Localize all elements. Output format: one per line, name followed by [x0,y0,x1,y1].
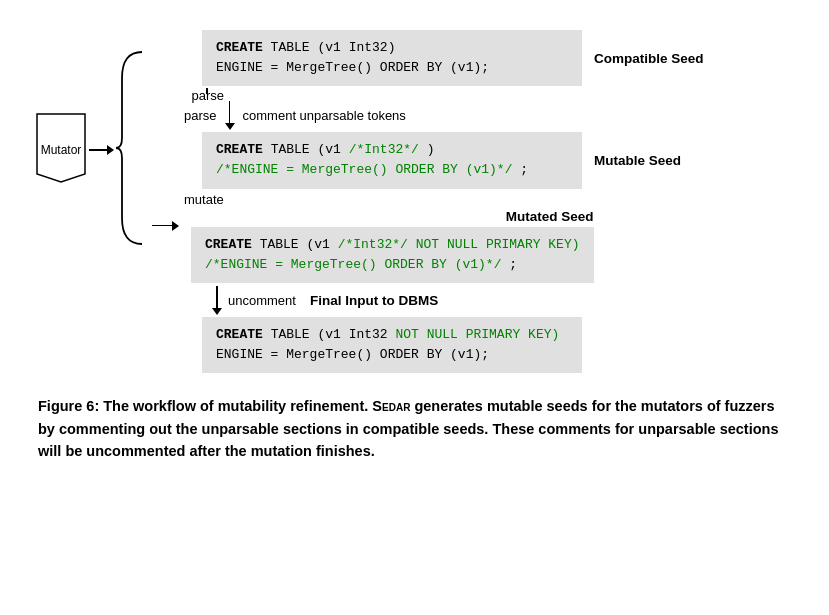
code-block-1: CREATE TABLE (v1 Int32) ENGINE = MergeTr… [202,30,582,86]
mutable-seed-label: Mutable Seed [594,153,681,168]
block1-row: CREATE TABLE (v1 Int32) ENGINE = MergeTr… [152,30,799,86]
mutator-chip: Mutator [35,112,87,188]
code-rest-1-2: ENGINE = MergeTree() ORDER BY (v1); [216,60,489,75]
final-input-label: Final Input to DBMS [310,293,438,308]
code-line-3-1: CREATE TABLE (v1 /*Int32*/ NOT NULL PRIM… [205,235,580,255]
kw-create-1: CREATE [216,40,263,55]
diagram-area: Mutator [30,30,799,373]
code-4-1-a: TABLE (v1 Int32 [271,327,396,342]
code-2-1-b: /*Int32*/ [349,142,419,157]
bracket-svg [114,48,146,248]
arrow-h-head [172,221,179,231]
code-3-1-c: NOT NULL PRIMARY KEY) [416,237,580,252]
fig-label: Figure 6: [38,398,99,414]
code-4-2-a: ENGINE = MergeTree() ORDER BY (v1); [216,347,489,362]
code-block-2: CREATE TABLE (v1 /*Int32*/ ) /*ENGINE = … [202,132,582,188]
comment-arrow-down [225,101,235,130]
arrow-h-shaft [152,225,172,227]
uncomment-shaft [216,286,218,308]
caption-area: Figure 6: The workflow of mutability ref… [30,395,799,462]
code-2-2-a: /*ENGINE = MergeTree() ORDER BY (v1)*/ [216,162,512,177]
caption-text: Figure 6: The workflow of mutability ref… [38,395,791,462]
figure-container: Mutator [30,20,799,463]
compatible-seed-label: Compatible Seed [594,51,704,66]
uncomment-arrow [212,286,222,315]
caption-body: The workflow of mutability refinement. S… [38,398,778,459]
uncomment-row: uncomment Final Input to DBMS [212,286,799,315]
code-2-2-b: ; [520,162,528,177]
comment-label: comment unparsable tokens [243,108,406,123]
block3-outer: Mutated Seed CREATE TABLE (v1 /*Int32*/ … [152,209,799,283]
code-3-2-b: ; [509,257,517,272]
mutator-label: Mutator [41,143,82,157]
parse-full-row: parse comment unparsable tokens [184,101,799,130]
code-rest-1-1: TABLE (v1 Int32) [263,40,396,55]
left-bracket-area: Mutator [35,30,148,252]
block2-row: CREATE TABLE (v1 /*Int32*/ ) /*ENGINE = … [152,132,799,188]
code-4-1-b: NOT NULL PRIMARY KEY) [395,327,559,342]
mutator-arrow [89,145,114,155]
mutated-label-row: Mutated Seed [191,209,594,224]
arrow-v-shaft [229,101,231,123]
mutate-label: mutate [184,192,224,207]
code-line-3-2: /*ENGINE = MergeTree() ORDER BY (v1)*/ ; [205,255,580,275]
parse-label-display: parse [184,108,217,123]
block4-row: CREATE TABLE (v1 Int32 NOT NULL PRIMARY … [152,317,799,373]
code-3-1-a: TABLE (v1 [260,237,338,252]
code-3-1-b: /*Int32*/ [338,237,408,252]
code-line-2-2: /*ENGINE = MergeTree() ORDER BY (v1)*/ ; [216,160,568,180]
code-line-4-1: CREATE TABLE (v1 Int32 NOT NULL PRIMARY … [216,325,568,345]
mutator-to-block3-arrow [152,221,179,231]
code-3-2-a: /*ENGINE = MergeTree() ORDER BY (v1)*/ [205,257,501,272]
mutator-group: Mutator [35,112,114,188]
code-line-1-1: CREATE TABLE (v1 Int32) [216,38,568,58]
code-line-1-2: ENGINE = MergeTree() ORDER BY (v1); [216,58,568,78]
kw-create-3: CREATE [205,237,252,252]
code-line-2-1: CREATE TABLE (v1 /*Int32*/ ) [216,140,568,160]
kw-create-4: CREATE [216,327,263,342]
mutate-label-row: mutate [184,192,799,207]
code-2-1-c: ) [427,142,435,157]
code-block-3: CREATE TABLE (v1 /*Int32*/ NOT NULL PRIM… [191,227,594,283]
mutated-seed-label: Mutated Seed [506,209,594,224]
right-blocks: CREATE TABLE (v1 Int32) ENGINE = MergeTr… [152,30,799,373]
bracket-svg-wrap [114,48,146,252]
uncomment-head [212,308,222,315]
arrow-v-head [225,123,235,130]
code-block-4: CREATE TABLE (v1 Int32 NOT NULL PRIMARY … [202,317,582,373]
uncomment-label: uncomment [228,293,296,308]
block3-with-label: Mutated Seed CREATE TABLE (v1 /*Int32*/ … [191,209,594,283]
code-line-4-2: ENGINE = MergeTree() ORDER BY (v1); [216,345,568,365]
code-2-1-a: TABLE (v1 [271,142,349,157]
kw-create-2: CREATE [216,142,263,157]
sedar-name: Sedar [372,398,410,414]
